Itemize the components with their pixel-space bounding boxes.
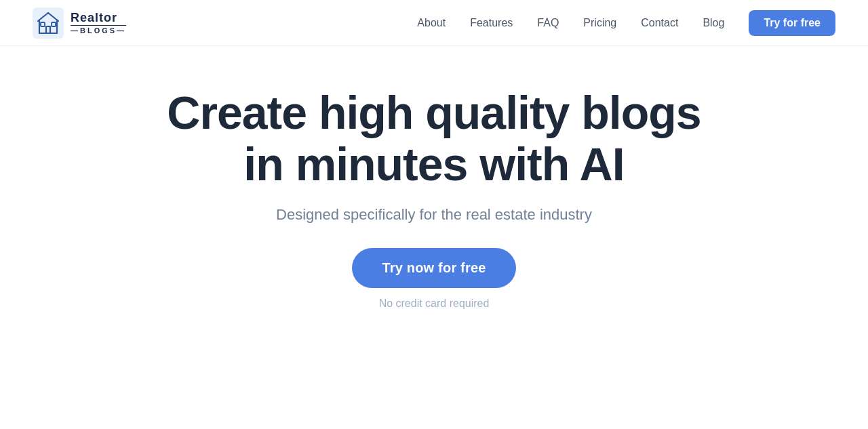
logo-link[interactable]: Realtor —BLOGS— [33, 7, 126, 39]
nav-try-button[interactable]: Try for free [749, 10, 835, 36]
hero-headline: Create high quality blogs in minutes wit… [142, 87, 726, 190]
nav-faq[interactable]: FAQ [537, 17, 559, 28]
navbar: Realtor —BLOGS— About Features FAQ Prici… [0, 0, 868, 46]
nav-about[interactable]: About [417, 17, 446, 28]
logo-icon [33, 7, 64, 39]
nav-contact[interactable]: Contact [641, 17, 678, 28]
logo-text: Realtor —BLOGS— [71, 12, 126, 35]
hero-section: Create high quality blogs in minutes wit… [0, 46, 868, 310]
nav-blog[interactable]: Blog [703, 17, 724, 28]
logo-realtor-label: Realtor [71, 12, 126, 24]
logo-blogs-label: —BLOGS— [71, 25, 126, 35]
no-credit-card-text: No credit card required [379, 298, 490, 310]
nav-pricing[interactable]: Pricing [583, 17, 616, 28]
svg-rect-0 [33, 7, 64, 39]
hero-cta-button[interactable]: Try now for free [352, 248, 515, 288]
hero-subheadline: Designed specifically for the real estat… [276, 206, 592, 224]
nav-features[interactable]: Features [470, 17, 513, 28]
nav-links: About Features FAQ Pricing Contact Blog … [417, 10, 835, 36]
